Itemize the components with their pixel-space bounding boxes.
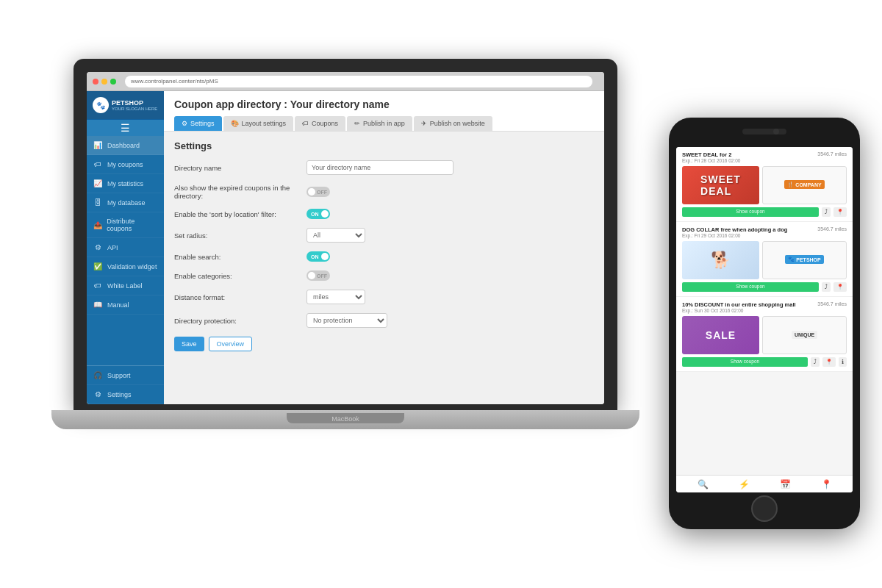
sidebar-item-statistics[interactable]: 📈 My statistics bbox=[87, 174, 164, 193]
protection-select[interactable]: No protection bbox=[306, 313, 387, 328]
api-icon: ⚙ bbox=[93, 243, 103, 251]
laptop-base: MacBook bbox=[51, 410, 639, 429]
filter-bottom-icon[interactable]: ⚡ bbox=[739, 479, 750, 490]
menu-toggle-button[interactable]: ☰ bbox=[87, 120, 164, 136]
brand-sub: YOUR SLOGAN HERE bbox=[112, 107, 157, 111]
settings-tab-icon: ⚙ bbox=[182, 120, 187, 127]
sort-location-toggle[interactable]: ON bbox=[306, 209, 330, 219]
setting-radius: Set radius: All bbox=[174, 228, 594, 243]
coupon-miles: 3546.7 miles bbox=[817, 226, 847, 238]
share-icon[interactable]: ⤴ bbox=[822, 282, 831, 292]
location-icon[interactable]: 📍 bbox=[833, 282, 847, 292]
tab-settings[interactable]: ⚙ Settings bbox=[174, 116, 222, 131]
sidebar-item-settings[interactable]: ⚙ Settings bbox=[87, 385, 164, 404]
toggle-knob bbox=[308, 272, 315, 279]
settings-icon: ⚙ bbox=[93, 390, 103, 398]
main-header: Coupon app directory : Your directory na… bbox=[164, 91, 604, 132]
minimize-dot[interactable] bbox=[101, 79, 107, 85]
sidebar-item-label: Dashboard bbox=[107, 142, 140, 149]
save-button[interactable]: Save bbox=[174, 337, 204, 351]
directory-name-input[interactable] bbox=[306, 160, 453, 175]
petshop-logo: 🐾 PETSHOP bbox=[785, 255, 823, 264]
company-card: 🍴 COMPANY bbox=[762, 166, 847, 204]
sidebar-item-label: API bbox=[107, 244, 118, 251]
sidebar-item-label: Distribute coupons bbox=[107, 218, 158, 232]
phone-screen: SWEET DEAL for 2 Exp.: Fri 28 Oct 2016 0… bbox=[676, 147, 853, 492]
toggle-knob bbox=[321, 210, 329, 218]
coupon-discount: 10% DISCOUNT in our entire shopping mall… bbox=[676, 297, 853, 372]
show-coupon-button[interactable]: Show coupon bbox=[682, 357, 808, 367]
tab-publish-app[interactable]: ✏ Publish in app bbox=[347, 116, 412, 131]
phone-device: SWEET DEAL for 2 Exp.: Fri 28 Oct 2016 0… bbox=[669, 118, 860, 529]
maximize-dot[interactable] bbox=[110, 79, 116, 85]
setting-distance-format: Distance format: miles km bbox=[174, 290, 594, 304]
sidebar-item-database[interactable]: 🗄 My database bbox=[87, 193, 164, 212]
sidebar-item-api[interactable]: ⚙ API bbox=[87, 238, 164, 257]
coupon-title: 10% DISCOUNT in our entire shopping mall bbox=[682, 301, 796, 308]
coupon-title: SWEET DEAL for 2 bbox=[682, 151, 731, 158]
settings-panel: Settings Directory name Also show the ex… bbox=[164, 132, 604, 404]
sidebar-item-label: My statistics bbox=[107, 180, 143, 187]
share-icon[interactable]: ⤴ bbox=[811, 357, 820, 367]
company-logo: 🍴 COMPANY bbox=[784, 180, 824, 189]
sidebar-item-whitelabel[interactable]: 🏷 White Label bbox=[87, 276, 164, 295]
search-toggle[interactable]: ON bbox=[306, 251, 330, 262]
expired-coupons-toggle[interactable]: OFF bbox=[306, 187, 330, 197]
sidebar-item-label: White Label bbox=[107, 282, 143, 290]
settings-section-title: Settings bbox=[174, 140, 594, 151]
show-coupon-button[interactable]: Show coupon bbox=[682, 207, 819, 217]
main-content: Coupon app directory : Your directory na… bbox=[164, 91, 604, 404]
distribute-icon: 📤 bbox=[93, 221, 102, 229]
share-icon[interactable]: ⤴ bbox=[822, 207, 831, 217]
address-bar[interactable]: www.controlpanel.center/nts/pMS bbox=[125, 76, 592, 87]
tab-layout[interactable]: 🎨 Layout settings bbox=[223, 116, 294, 131]
sidebar-item-distribute[interactable]: 📤 Distribute coupons bbox=[87, 212, 164, 238]
laptop-bezel: www.controlpanel.center/nts/pMS 🐾 PETSHO… bbox=[74, 59, 617, 412]
coupon-image-unique: SALE bbox=[682, 316, 759, 354]
laptop-screen: www.controlpanel.center/nts/pMS 🐾 PETSHO… bbox=[87, 72, 604, 404]
categories-toggle[interactable]: OFF bbox=[306, 270, 330, 281]
sidebar-bottom: 🎧 Support ⚙ Settings bbox=[87, 365, 164, 404]
location-icon[interactable]: 📍 bbox=[822, 357, 836, 367]
sidebar-item-label: Validation widget bbox=[107, 263, 157, 270]
toggle-knob bbox=[308, 188, 315, 196]
sidebar-item-label: Settings bbox=[107, 391, 132, 398]
coupon-expiry: Exp.: Fri 28 Oct 2016 02:00 bbox=[682, 158, 741, 163]
sidebar-item-label: My database bbox=[107, 199, 146, 207]
radius-select[interactable]: All bbox=[306, 228, 365, 243]
sidebar-logo: 🐾 PETSHOP YOUR SLOGAN HERE bbox=[87, 91, 164, 120]
sidebar-item-dashboard[interactable]: 📊 Dashboard bbox=[87, 136, 164, 155]
close-dot[interactable] bbox=[93, 79, 98, 85]
coupons-tab-icon: 🏷 bbox=[302, 120, 309, 127]
phone-body: SWEET DEAL for 2 Exp.: Fri 28 Oct 2016 0… bbox=[669, 118, 860, 529]
browser-bar: www.controlpanel.center/nts/pMS bbox=[87, 72, 604, 91]
coupon-miles: 3546.7 miles bbox=[817, 151, 847, 163]
app-container: 🐾 PETSHOP YOUR SLOGAN HERE ☰ 📊 Dashboard bbox=[87, 91, 604, 404]
statistics-icon: 📈 bbox=[93, 179, 103, 187]
whitelabel-icon: 🏷 bbox=[93, 282, 103, 290]
tab-publish-web[interactable]: ✈ Publish on website bbox=[414, 116, 492, 131]
show-coupon-button[interactable]: Show coupon bbox=[682, 282, 819, 292]
map-bottom-icon[interactable]: 📍 bbox=[821, 479, 832, 490]
phone-home-button[interactable] bbox=[751, 495, 778, 522]
coupon-expiry: Exp.: Sun 30 Oct 2016 02:00 bbox=[682, 308, 796, 313]
sidebar-item-manual[interactable]: 📖 Manual bbox=[87, 295, 164, 315]
unique-card: UNIQUE bbox=[762, 316, 847, 354]
coupon-expiry: Exp.: Fri 29 Oct 2016 02:00 bbox=[682, 233, 787, 238]
petshop-card: 🐾 PETSHOP bbox=[762, 241, 847, 279]
coupon-miles: 3546.7 miles bbox=[817, 301, 847, 313]
overview-button[interactable]: Overview bbox=[209, 337, 253, 351]
sidebar-item-validation[interactable]: ✅ Validation widget bbox=[87, 257, 164, 276]
support-icon: 🎧 bbox=[93, 371, 103, 379]
info-icon[interactable]: ℹ bbox=[839, 357, 847, 367]
sidebar-item-support[interactable]: 🎧 Support bbox=[87, 366, 164, 385]
sidebar-item-coupons[interactable]: 🏷 My coupons bbox=[87, 155, 164, 174]
distance-format-select[interactable]: miles km bbox=[306, 290, 365, 304]
location-icon[interactable]: 📍 bbox=[833, 207, 847, 217]
search-bottom-icon[interactable]: 🔍 bbox=[698, 479, 709, 490]
hamburger-icon: ☰ bbox=[121, 122, 130, 134]
coupon-title: DOG COLLAR free when adopting a dog bbox=[682, 226, 787, 233]
laptop-device: www.controlpanel.center/nts/pMS 🐾 PETSHO… bbox=[74, 59, 647, 470]
calendar-bottom-icon[interactable]: 📅 bbox=[780, 479, 791, 490]
tab-coupons[interactable]: 🏷 Coupons bbox=[295, 116, 345, 131]
